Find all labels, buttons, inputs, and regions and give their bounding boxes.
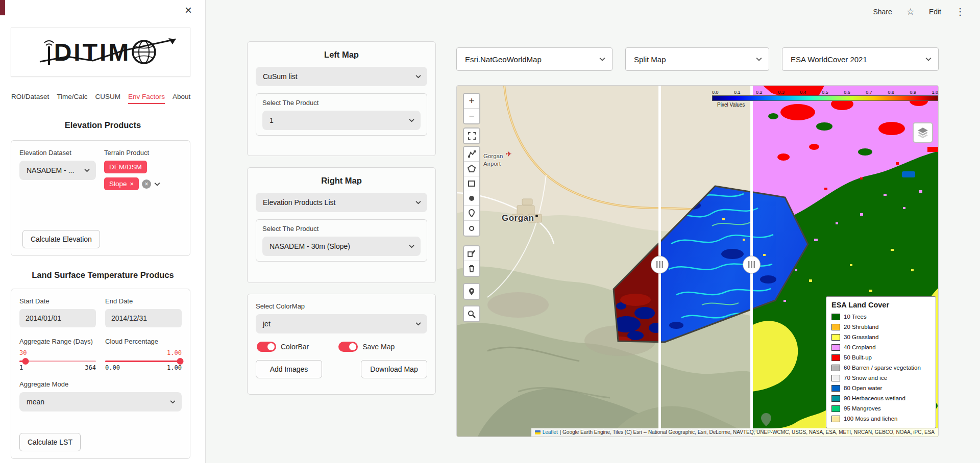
aggregate-mode-label: Aggregate Mode — [19, 380, 182, 388]
cloud-max: 1.00 — [167, 364, 182, 371]
terrain-product-multiselect[interactable]: DEM/DSM Slope × × — [104, 161, 182, 190]
chevron-down-icon — [84, 169, 90, 172]
colormap-select[interactable]: jet — [256, 314, 427, 333]
kebab-menu-icon[interactable]: ⋮ — [955, 6, 965, 17]
close-icon[interactable]: × — [185, 4, 192, 16]
legend-color-swatch — [831, 344, 840, 351]
toggle-track[interactable] — [257, 342, 276, 352]
edit-layers-button[interactable] — [464, 246, 479, 261]
marker-icon — [468, 209, 476, 217]
legend-title: ESA Land Cover — [831, 301, 930, 309]
chevron-down-icon — [925, 57, 932, 61]
split-handle-right[interactable] — [743, 256, 761, 273]
calculate-lst-button[interactable]: Calculate LST — [19, 433, 81, 451]
slider-thumb[interactable] — [177, 358, 184, 365]
select-value: Split Map — [634, 55, 666, 64]
zoom-in-button[interactable]: + — [464, 94, 479, 109]
split-mode-select[interactable]: Split Map — [625, 47, 769, 71]
terrain-product-label: Terrain Product — [104, 149, 182, 157]
cloud-percentage-slider[interactable] — [105, 361, 182, 362]
add-images-button[interactable]: Add Images — [256, 360, 322, 378]
top-bar: Share ☆ Edit ⋮ — [206, 0, 980, 23]
legend-item: 90 Herbaceous wetland — [831, 393, 930, 403]
colorbar-toggle[interactable]: ColorBar — [257, 342, 309, 352]
edit-toolbar — [463, 245, 480, 277]
draw-rectangle-button[interactable] — [464, 176, 479, 191]
aggregate-min: 1 — [19, 364, 23, 371]
overlay-select[interactable]: ESA WorldCover 2021 — [782, 47, 939, 71]
right-map-card: Right Map Elevation Products List Select… — [247, 167, 436, 283]
draw-polyline-button[interactable] — [464, 147, 479, 162]
right-product-box: Select The Product NASADEM - 30m (Slope) — [256, 219, 427, 262]
clear-selection-icon[interactable]: × — [142, 179, 151, 189]
elevation-dataset-select[interactable]: NASADEM - ... — [19, 161, 96, 180]
left-map-card: Left Map CuSum list Select The Product 1 — [247, 41, 436, 156]
search-icon — [468, 310, 476, 318]
download-map-button[interactable]: Download Map — [361, 360, 427, 378]
start-date-input[interactable]: 2014/01/01 — [19, 309, 96, 327]
draw-circle-button[interactable] — [464, 191, 479, 206]
legend-color-swatch — [831, 395, 840, 402]
draw-polygon-button[interactable] — [464, 162, 479, 176]
select-value: mean — [27, 398, 44, 406]
delete-layers-button[interactable] — [464, 261, 479, 276]
chevron-down-icon — [415, 201, 421, 204]
start-date-label: Start Date — [19, 297, 96, 305]
colorbar-label: Pixel Values — [717, 102, 938, 108]
chevron-down-icon — [415, 322, 421, 326]
elevation-heading: Elevation Products — [0, 120, 206, 130]
fullscreen-icon — [468, 132, 476, 140]
draw-circlemarker-button[interactable] — [464, 221, 479, 236]
fullscreen-button[interactable] — [464, 128, 479, 143]
draw-toolbar — [463, 146, 480, 237]
tab-roi-dataset[interactable]: ROI/Dataset — [11, 93, 49, 104]
lst-card: Start Date 2014/01/01 End Date 2014/12/3… — [11, 289, 190, 459]
globe-icon — [131, 39, 157, 65]
chip-slope[interactable]: Slope × — [104, 177, 139, 190]
select-value: Esri.NatGeoWorldMap — [465, 55, 542, 64]
star-icon[interactable]: ☆ — [906, 6, 915, 17]
legend-color-swatch — [831, 354, 840, 361]
zoom-out-button[interactable]: − — [464, 109, 479, 123]
circlemarker-icon — [468, 224, 476, 233]
chevron-down-icon — [409, 119, 414, 122]
left-map-title: Left Map — [256, 50, 427, 60]
calculate-elevation-button[interactable]: Calculate Elevation — [22, 230, 100, 248]
layers-control-button[interactable] — [913, 122, 933, 143]
cloud-percentage-label: Cloud Percentage — [105, 338, 182, 345]
save-map-toggle[interactable]: Save Map — [338, 342, 395, 352]
slider-thumb[interactable] — [22, 358, 29, 365]
split-handle-left[interactable] — [651, 256, 669, 273]
window-edge-accent — [0, 0, 5, 15]
aggregate-mode-select[interactable]: mean — [19, 392, 182, 411]
draw-marker-button[interactable] — [464, 206, 479, 221]
trash-icon — [468, 265, 476, 273]
left-product-select[interactable]: 1 — [262, 111, 421, 130]
jet-gradient-bar — [712, 95, 938, 101]
right-product-select[interactable]: NASADEM - 30m (Slope) — [262, 237, 421, 256]
share-button[interactable]: Share — [873, 8, 892, 16]
toggle-track[interactable] — [338, 342, 358, 352]
basemap-select[interactable]: Esri.NatGeoWorldMap — [456, 47, 612, 71]
chip-remove-icon[interactable]: × — [130, 181, 134, 187]
chip-dem-dsm[interactable]: DEM/DSM — [104, 161, 147, 173]
elevation-dataset-label: Elevation Dataset — [19, 149, 96, 157]
right-map-title: Right Map — [256, 176, 427, 186]
airport-icon: ✈ — [506, 149, 512, 159]
search-button[interactable] — [464, 306, 479, 321]
right-map-list-select[interactable]: Elevation Products List — [256, 193, 427, 212]
aggregate-range-slider[interactable] — [19, 361, 96, 362]
leaflet-link[interactable]: Leaflet — [543, 429, 558, 435]
tab-time-calc[interactable]: Time/Calc — [57, 93, 87, 104]
tab-about[interactable]: About — [173, 93, 190, 104]
edit-button[interactable]: Edit — [929, 8, 941, 16]
select-value: ESA WorldCover 2021 — [791, 55, 867, 64]
tab-env-factors[interactable]: Env Factors — [128, 93, 165, 104]
chevron-down-icon[interactable] — [154, 182, 160, 186]
end-date-input[interactable]: 2014/12/31 — [105, 309, 182, 327]
tab-cusum[interactable]: CUSUM — [95, 93, 121, 104]
left-map-list-select[interactable]: CuSum list — [256, 67, 427, 86]
map[interactable]: + − — [456, 85, 939, 437]
legend-item: 95 Mangroves — [831, 403, 930, 414]
place-marker-button[interactable] — [464, 284, 479, 299]
